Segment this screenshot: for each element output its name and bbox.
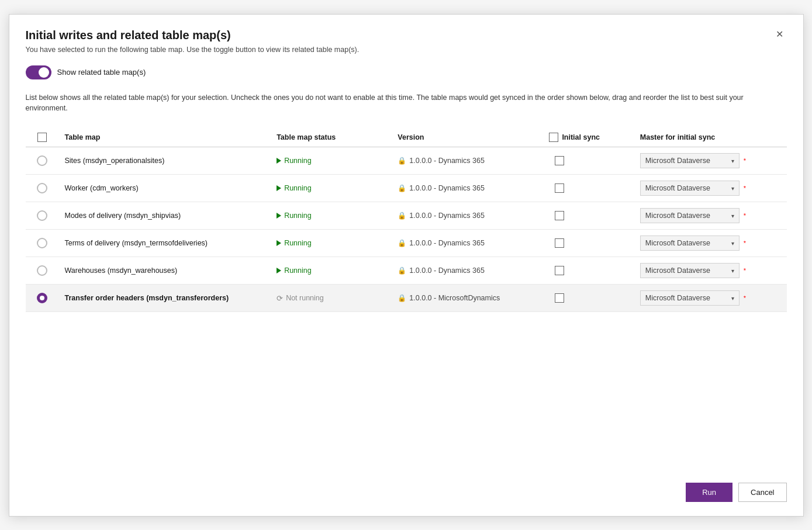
dialog-subtitle: You have selected to run the following t… [26,46,787,54]
master-dropdown[interactable]: Microsoft Dataverse ▾ [640,153,740,168]
dialog-footer: Run Cancel [26,473,787,502]
th-status: Table map status [271,128,392,147]
master-dropdown-value: Microsoft Dataverse [645,157,710,165]
row-table-map-name: Worker (cdm_workers) [58,175,271,202]
master-dropdown[interactable]: Microsoft Dataverse ▾ [640,263,740,278]
table-row: Modes of delivery (msdyn_shipvias)Runnin… [26,202,787,230]
row-table-map-name: Terms of delivery (msdyn_termsofdeliveri… [58,230,271,257]
dialog: Initial writes and related table map(s) … [9,14,804,517]
lock-icon: 🔒 [398,184,406,192]
row-initial-sync[interactable] [543,230,634,257]
row-initial-sync[interactable] [543,147,634,175]
row-table-map-name: Transfer order headers (msdyn_transferor… [58,285,271,312]
table: Table map Table map status Version Initi… [26,128,787,312]
row-version: 🔒1.0.0.0 - Dynamics 365 [392,175,543,202]
row-select-cell[interactable] [26,285,59,312]
row-master-cell: Microsoft Dataverse ▾ * [634,285,787,312]
row-status: Running [271,202,392,230]
status-running: Running [277,266,386,275]
table-row: Sites (msdyn_operationalsites)Running🔒1.… [26,147,787,175]
chevron-down-icon: ▾ [731,158,734,164]
table-row: Worker (cdm_workers)Running🔒1.0.0.0 - Dy… [26,175,787,202]
status-running: Running [277,212,386,220]
table-body: Sites (msdyn_operationalsites)Running🔒1.… [26,147,787,312]
master-dropdown-value: Microsoft Dataverse [645,212,710,220]
radio-checked-icon[interactable] [37,293,47,303]
version-cell: 🔒1.0.0.0 - MicrosoftDynamics [398,294,537,302]
radio-unchecked-icon[interactable] [37,265,47,276]
master-dropdown[interactable]: Microsoft Dataverse ▾ [640,208,740,223]
lock-icon: 🔒 [398,212,406,220]
row-master-cell: Microsoft Dataverse ▾ * [634,230,787,257]
row-version: 🔒1.0.0.0 - Dynamics 365 [392,147,543,175]
master-dropdown-value: Microsoft Dataverse [645,184,710,192]
cancel-button[interactable]: Cancel [738,483,786,502]
row-version: 🔒1.0.0.0 - Dynamics 365 [392,202,543,230]
lock-icon: 🔒 [398,294,406,302]
initial-sync-checkbox[interactable] [555,238,564,248]
row-status: Running [271,230,392,257]
row-initial-sync[interactable] [543,285,634,312]
close-button[interactable]: ✕ [772,29,787,40]
th-initial-sync: Initial sync [543,128,634,147]
initial-sync-checkbox[interactable] [555,183,564,193]
th-master: Master for initial sync [634,128,787,147]
dialog-title: Initial writes and related table map(s) [26,29,231,42]
status-running: Running [277,184,386,192]
chevron-down-icon: ▾ [731,295,734,302]
radio-unchecked-icon[interactable] [37,155,47,166]
row-table-map-name: Modes of delivery (msdyn_shipvias) [58,202,271,230]
row-select-cell[interactable] [26,257,59,285]
run-button[interactable]: Run [686,483,732,502]
play-icon [277,213,281,219]
master-dropdown[interactable]: Microsoft Dataverse ▾ [640,181,740,196]
radio-unchecked-icon[interactable] [37,183,47,193]
initial-sync-checkbox[interactable] [555,293,564,303]
table-wrapper: Table map Table map status Version Initi… [26,128,787,455]
required-asterisk: * [744,157,746,164]
chevron-down-icon: ▾ [731,268,734,274]
lock-icon: 🔒 [398,239,406,247]
row-status: Running [271,257,392,285]
required-asterisk: * [744,240,746,247]
row-master-cell: Microsoft Dataverse ▾ * [634,202,787,230]
initial-sync-checkbox[interactable] [555,266,564,275]
table-row: Transfer order headers (msdyn_transferor… [26,285,787,312]
radio-unchecked-icon[interactable] [37,210,47,221]
chevron-down-icon: ▾ [731,213,734,219]
status-not-running: ⟳Not running [277,294,386,303]
toggle-label: Show related table map(s) [57,68,146,77]
row-table-map-name: Warehouses (msdyn_warehouses) [58,257,271,285]
initial-sync-checkbox[interactable] [555,156,564,165]
master-dropdown[interactable]: Microsoft Dataverse ▾ [640,290,740,306]
sync-icon: ⟳ [277,294,283,303]
th-select-all[interactable] [26,128,59,147]
row-select-cell[interactable] [26,147,59,175]
dialog-header: Initial writes and related table map(s) … [26,29,787,42]
initial-sync-header-checkbox[interactable] [549,133,558,142]
row-initial-sync[interactable] [543,257,634,285]
chevron-down-icon: ▾ [731,185,734,192]
master-dropdown-value: Microsoft Dataverse [645,294,710,302]
row-master-cell: Microsoft Dataverse ▾ * [634,257,787,285]
row-master-cell: Microsoft Dataverse ▾ * [634,147,787,175]
toggle-switch[interactable] [26,65,51,79]
row-status: Running [271,147,392,175]
row-version: 🔒1.0.0.0 - MicrosoftDynamics [392,285,543,312]
table-row: Terms of delivery (msdyn_termsofdeliveri… [26,230,787,257]
master-dropdown-value: Microsoft Dataverse [645,266,710,275]
row-select-cell[interactable] [26,175,59,202]
chevron-down-icon: ▾ [731,240,734,247]
row-version: 🔒1.0.0.0 - Dynamics 365 [392,257,543,285]
row-initial-sync[interactable] [543,202,634,230]
play-icon [277,158,281,164]
radio-unchecked-icon[interactable] [37,238,47,248]
initial-sync-checkbox[interactable] [555,211,564,220]
row-select-cell[interactable] [26,230,59,257]
master-dropdown-value: Microsoft Dataverse [645,239,710,247]
row-initial-sync[interactable] [543,175,634,202]
master-dropdown[interactable]: Microsoft Dataverse ▾ [640,235,740,251]
header-checkbox[interactable] [37,133,47,142]
row-select-cell[interactable] [26,202,59,230]
version-cell: 🔒1.0.0.0 - Dynamics 365 [398,239,537,247]
